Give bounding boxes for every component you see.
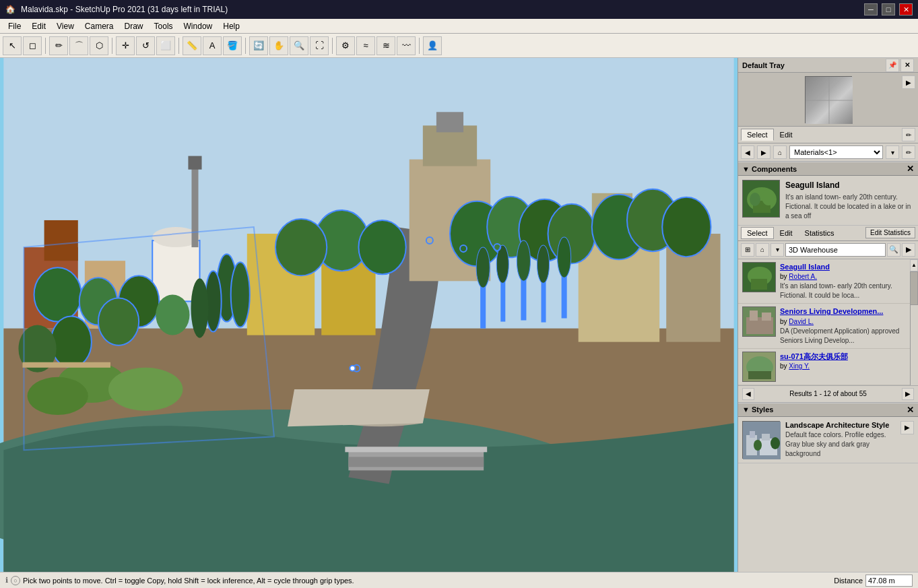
toolbar-sep-4 — [245, 38, 246, 54]
components-list: ▲ Seagull Island by Robert A. It's an is… — [738, 259, 918, 385]
titlebar-title: Malavida.skp - SketchUp Pro 2021 (31 day… — [21, 5, 228, 14]
distance-input[interactable] — [865, 575, 913, 587]
menu-item-help[interactable]: Help — [218, 20, 245, 32]
tray-header-buttons: 📌 ✕ — [886, 59, 914, 72]
pan-tool[interactable]: ✋ — [269, 36, 288, 55]
nav-back-button[interactable]: ◀ — [741, 145, 754, 159]
move-tool[interactable]: ✛ — [116, 36, 135, 55]
account-tool[interactable]: 👤 — [423, 36, 442, 55]
component-item-3[interactable]: su-071高尔夫俱乐部 by Xing Y. — [738, 349, 918, 385]
nav-forward-button[interactable]: ▶ — [757, 145, 771, 159]
svg-rect-4 — [348, 457, 484, 467]
scroll-up-button[interactable]: ▲ — [910, 259, 918, 271]
right-panel: Default Tray 📌 ✕ — [737, 58, 918, 572]
status-circle: ○ — [11, 576, 20, 585]
menu-item-view[interactable]: View — [51, 20, 79, 32]
materials-edit-icon[interactable]: ✏ — [902, 128, 915, 141]
section-cut-tool[interactable]: ≋ — [376, 36, 395, 55]
shape-tool[interactable]: ⬡ — [90, 36, 108, 55]
materials-edit-tab[interactable]: Edit — [774, 129, 799, 141]
grid-view-button[interactable]: ⊞ — [741, 243, 754, 257]
style-arrow-button[interactable]: ▶ — [900, 421, 914, 434]
components-edit-tab[interactable]: Edit — [774, 227, 799, 239]
titlebar-left: 🏠 Malavida.skp - SketchUp Pro 2021 (31 d… — [5, 5, 228, 14]
orbit-tool[interactable]: 🔄 — [249, 36, 268, 55]
paint-tool[interactable]: 🪣 — [223, 36, 242, 55]
svg-rect-17 — [436, 112, 463, 132]
component-item-1[interactable]: Seagull Island by Robert A. It's an isla… — [738, 259, 918, 304]
material-arrow-button[interactable]: ▶ — [902, 75, 915, 89]
section-plane-tool[interactable]: ⚙ — [336, 36, 355, 55]
svg-rect-14 — [188, 156, 201, 170]
components-select-tab[interactable]: Select — [741, 227, 774, 239]
prev-page-button[interactable]: ◀ — [742, 388, 754, 400]
styles-section-header[interactable]: ▼ Styles ✕ — [738, 403, 918, 417]
component-item-2-name[interactable]: Seniors Living Developmen... — [780, 306, 914, 317]
statusbar-left: ℹ ○ Pick two points to move. Ctrl = togg… — [5, 576, 834, 585]
svg-point-41 — [662, 197, 711, 257]
styles-close-icon[interactable]: ✕ — [907, 405, 914, 415]
component-item-1-info: Seagull Island by Robert A. It's an isla… — [780, 262, 914, 300]
menu-item-draw[interactable]: Draw — [119, 20, 149, 32]
menu-item-window[interactable]: Window — [178, 20, 218, 32]
tray-pin-button[interactable]: 📌 — [886, 59, 899, 72]
menu-item-camera[interactable]: Camera — [79, 20, 119, 32]
rotate-tool[interactable]: ↺ — [136, 36, 155, 55]
component-item-1-thumbnail — [742, 262, 776, 292]
materials-create-button[interactable]: ✏ — [902, 145, 915, 159]
nav-arrow-button[interactable]: ▾ — [771, 243, 784, 257]
search-arrow-button[interactable]: ▶ — [902, 243, 915, 257]
zoom-extents-tool[interactable]: ⛶ — [310, 36, 329, 55]
text-tool[interactable]: A — [203, 36, 222, 55]
menu-item-tools[interactable]: Tools — [149, 20, 178, 32]
component-item-2-info: Seniors Living Developmen... by David L.… — [780, 306, 914, 345]
tray-title: Default Tray — [742, 61, 785, 69]
search-button[interactable]: 🔍 — [887, 243, 900, 257]
components-section-title: ▼ Components — [742, 165, 797, 173]
nav-home-button[interactable]: ⌂ — [773, 145, 787, 159]
arc-tool[interactable]: ⌒ — [69, 36, 88, 55]
minimize-button[interactable]: ─ — [864, 3, 878, 15]
eraser-tool[interactable]: ◻ — [23, 36, 42, 55]
menu-item-file[interactable]: File — [3, 20, 26, 32]
materials-dropdown[interactable]: Materials<1> — [789, 145, 883, 159]
component-item-1-name[interactable]: Seagull Island — [780, 262, 914, 272]
component-preview: Seagull Island It's an island town- earl… — [738, 176, 918, 226]
pagination-row: ◀ Results 1 - 12 of about 55 ▶ — [738, 385, 918, 403]
menu-item-edit[interactable]: Edit — [26, 20, 51, 32]
pencil-tool[interactable]: ✏ — [49, 36, 68, 55]
scale-tool[interactable]: ⬜ — [156, 36, 175, 55]
maximize-button[interactable]: □ — [882, 3, 895, 15]
titlebar-controls: ─ □ ✕ — [864, 3, 913, 15]
tray-close-button[interactable]: ✕ — [900, 59, 914, 72]
svg-point-25 — [98, 298, 139, 345]
materials-select-tab[interactable]: Select — [741, 129, 774, 141]
svg-point-33 — [358, 220, 405, 274]
svg-point-54 — [28, 377, 88, 415]
components-statistics-tab[interactable]: Statistics — [799, 227, 841, 239]
svg-point-60 — [350, 366, 355, 371]
tape-measure-tool[interactable]: 📏 — [183, 36, 201, 55]
svg-rect-81 — [750, 431, 755, 438]
components-search-input[interactable] — [785, 243, 886, 257]
select-tool[interactable]: ↖ — [3, 36, 22, 55]
display-mode-tool[interactable]: 〰 — [397, 36, 416, 55]
material-preview: ▶ — [738, 73, 918, 127]
toolbar-sep-6 — [419, 38, 420, 54]
scrollbar-thumb[interactable] — [910, 271, 918, 305]
zoom-tool[interactable]: 🔍 — [290, 36, 308, 55]
close-button[interactable]: ✕ — [899, 3, 913, 15]
home-nav-button[interactable]: ⌂ — [756, 243, 769, 257]
viewport[interactable] — [0, 58, 737, 572]
component-item-1-desc: It's an island town- early 20th century.… — [780, 282, 914, 300]
component-item-3-name[interactable]: su-071高尔夫俱乐部 — [780, 352, 914, 362]
svg-point-85 — [771, 437, 780, 449]
section-display-tool[interactable]: ≈ — [356, 36, 375, 55]
component-item-2[interactable]: Seniors Living Developmen... by David L.… — [738, 304, 918, 348]
nav-chevron-button[interactable]: ▾ — [886, 145, 899, 159]
edit-statistics-button[interactable]: Edit Statistics — [865, 227, 915, 238]
components-close-icon[interactable]: ✕ — [907, 164, 914, 174]
svg-point-38 — [548, 204, 595, 263]
components-section-header[interactable]: ▼ Components ✕ — [738, 162, 918, 176]
next-page-button[interactable]: ▶ — [902, 388, 914, 400]
